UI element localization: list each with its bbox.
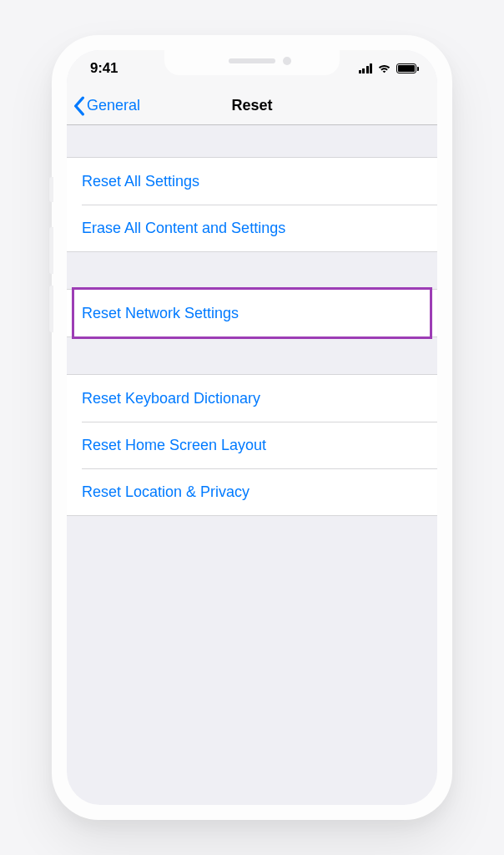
row-label: Reset Location & Privacy — [82, 483, 249, 501]
reset-keyboard-dictionary-row[interactable]: Reset Keyboard Dictionary — [67, 375, 437, 422]
back-button[interactable]: General — [67, 96, 140, 116]
erase-all-content-row[interactable]: Erase All Content and Settings — [67, 205, 437, 251]
group-spacer — [67, 337, 437, 374]
chevron-left-icon — [73, 96, 85, 116]
reset-network-settings-row[interactable]: Reset Network Settings — [67, 290, 437, 336]
notch — [164, 50, 340, 75]
group-spacer — [67, 252, 437, 289]
volume-down-button — [48, 286, 53, 332]
status-icons — [359, 63, 420, 73]
mute-switch — [48, 177, 53, 202]
nav-bar: General Reset — [67, 87, 437, 125]
front-camera — [283, 57, 291, 65]
row-label: Reset All Settings — [82, 173, 199, 190]
group-spacer — [67, 125, 437, 157]
row-label: Reset Home Screen Layout — [82, 437, 266, 454]
screen: 9:41 Gene — [67, 50, 437, 805]
status-time: 9:41 — [90, 60, 118, 77]
volume-up-button — [48, 227, 53, 274]
speaker-grille — [229, 58, 275, 63]
content: Reset All Settings Erase All Content and… — [67, 125, 437, 516]
wifi-icon — [377, 63, 391, 73]
back-label: General — [87, 97, 140, 114]
row-label: Erase All Content and Settings — [82, 220, 285, 237]
row-label: Reset Network Settings — [82, 305, 239, 322]
highlighted-group: Reset Network Settings — [67, 289, 437, 337]
phone-frame: 9:41 Gene — [52, 35, 452, 820]
row-label: Reset Keyboard Dictionary — [82, 390, 260, 407]
reset-location-privacy-row[interactable]: Reset Location & Privacy — [67, 468, 437, 515]
reset-home-screen-layout-row[interactable]: Reset Home Screen Layout — [67, 422, 437, 468]
reset-group-3: Reset Keyboard Dictionary Reset Home Scr… — [67, 374, 437, 516]
cellular-icon — [359, 63, 373, 73]
reset-group-1: Reset All Settings Erase All Content and… — [67, 157, 437, 252]
reset-group-2: Reset Network Settings — [67, 289, 437, 337]
reset-all-settings-row[interactable]: Reset All Settings — [67, 158, 437, 205]
battery-icon — [396, 63, 419, 73]
